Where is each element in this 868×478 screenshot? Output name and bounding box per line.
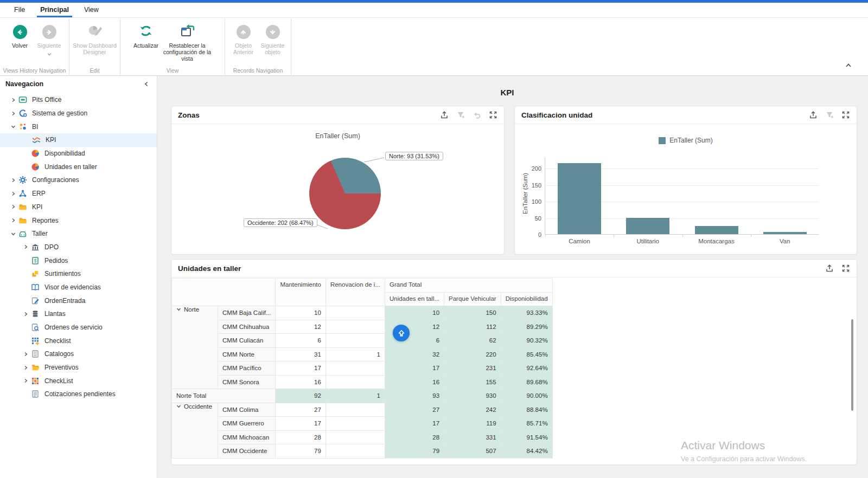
site-cell[interactable]: CMM Pacífico [218, 361, 276, 376]
mantenimiento-value: 17 [276, 417, 326, 431]
grid-color-icon [31, 377, 40, 385]
column-subheader[interactable]: Unidades en tall... [385, 292, 444, 306]
touch-scroll-badge[interactable] [393, 325, 410, 341]
chevron-right-icon[interactable] [21, 365, 30, 370]
watermark-line2: Ve a Configuración para activar Windows. [681, 455, 807, 463]
sidebar-item-reportes[interactable]: Reportes [0, 214, 157, 227]
maximize-icon[interactable] [841, 264, 850, 273]
chevron-right-icon[interactable] [9, 191, 17, 196]
export-icon[interactable] [825, 264, 834, 273]
bar-utilitario[interactable] [626, 218, 669, 234]
pivot-table-container: Mantenimiento Renovacion de i... Grand T… [171, 278, 857, 464]
zone-group-cell-occidente[interactable]: Occidente [172, 403, 218, 458]
parque-vehicular-value: 112 [444, 320, 501, 334]
site-cell[interactable]: CMM Occidente [218, 444, 276, 458]
tab-principal[interactable]: Principal [33, 3, 76, 17]
column-subheader[interactable]: Disponiobilidad [501, 292, 552, 306]
chevron-down-icon[interactable] [176, 306, 181, 313]
sidebar-item-checklist[interactable]: CheckList [0, 374, 157, 387]
sidebar-item-dpo[interactable]: DPO [0, 241, 157, 254]
sidebar-item-llantas[interactable]: Llantas [0, 307, 157, 321]
table-row: OccidenteCMM Colima 27 27 242 88.84% [172, 403, 553, 417]
site-cell[interactable]: CMM Guerrero [218, 417, 276, 431]
chevron-right-icon[interactable] [21, 244, 30, 249]
sidebar-item-pedidos[interactable]: $Pedidos [0, 254, 157, 267]
site-cell[interactable]: CMM Michoacan [218, 430, 276, 444]
sidebar-item-ordenes-de-servicio[interactable]: Ordenes de servicio [0, 321, 157, 334]
site-cell[interactable]: CMM Culiacán [218, 334, 276, 348]
mantenimiento-value: 31 [276, 347, 326, 361]
y-axis-tick-label: 50 [535, 215, 541, 222]
chevron-right-icon[interactable] [21, 312, 30, 316]
bar-montacargas[interactable] [695, 226, 738, 234]
pie-chart[interactable] [309, 158, 381, 229]
chevron-down-icon[interactable] [9, 231, 17, 236]
chevron-right-icon[interactable] [21, 352, 30, 357]
column-header-renovacion[interactable]: Renovacion de i... [326, 279, 385, 306]
sidebar-item-taller[interactable]: Taller [0, 227, 157, 241]
sidebar-item-label: Configuraciones [32, 176, 79, 184]
export-icon[interactable] [809, 111, 818, 119]
zone-group-cell-norte[interactable]: Norte [172, 306, 218, 389]
sidebar-item-kpi[interactable]: KPI [0, 133, 157, 147]
sidebar-item-preventivos[interactable]: Preventivos [0, 361, 157, 374]
sidebar-item-pits-office[interactable]: Pits Office [0, 93, 157, 107]
chevron-right-icon[interactable] [9, 111, 17, 116]
restablecer-la-configuración-de-la-vista-button[interactable]: Restablecer la configuración de la vista [161, 23, 213, 63]
tab-view[interactable]: View [76, 3, 106, 17]
ribbon-collapse-button[interactable] [845, 61, 852, 71]
chevron-right-icon[interactable] [21, 378, 30, 383]
pie-chart-icon [31, 163, 40, 171]
sidebar-item-sistema-de-gestion[interactable]: Sistema de gestion [0, 107, 157, 120]
sidebar-collapse-button[interactable] [144, 79, 149, 89]
sidebar-item-ordenentrada[interactable]: OrdenEntrada [0, 294, 157, 307]
dashboard-area: KPI Zonas EnTaller (Sum) Norte: 93 (31.5… [157, 76, 868, 478]
actualizar-button[interactable]: Actualizar [132, 23, 160, 50]
export-icon[interactable] [440, 111, 449, 119]
table-row: CMM Guerrero 17 17 119 85.71% [172, 417, 553, 431]
arrow-up-circle-icon [237, 25, 251, 39]
column-header-mantenimiento[interactable]: Mantenimiento [276, 279, 326, 306]
table-scrollbar-thumb[interactable] [851, 319, 853, 411]
sidebar-item-surtimientos[interactable]: Surtimientos [0, 267, 157, 281]
chevron-right-icon[interactable] [9, 204, 17, 209]
sidebar-item-erp[interactable]: ERP [0, 187, 157, 201]
sidebar-item-kpi[interactable]: KPI [0, 201, 157, 214]
chevron-right-icon[interactable] [9, 218, 17, 223]
unidades-en-taller-value: 17 [385, 361, 444, 376]
chevron-right-icon[interactable] [9, 178, 17, 183]
bar-van[interactable] [763, 232, 807, 234]
tab-file[interactable]: File [7, 3, 33, 17]
site-cell[interactable]: CMM Chihuahua [218, 320, 276, 334]
unidades-en-taller-value: 16 [385, 375, 444, 389]
site-cell[interactable]: CMM Baja Calif... [218, 306, 276, 320]
volver-button[interactable]: Volver [6, 23, 34, 50]
bar-camion[interactable] [558, 163, 601, 234]
site-cell[interactable]: CMM Colima [218, 403, 276, 417]
sidebar-item-catalogos[interactable]: Catalogos [0, 347, 157, 361]
objeto-anterior-button: Objeto Anterior [229, 23, 258, 56]
parque-vehicular-value: 155 [444, 375, 501, 389]
undo-icon[interactable] [473, 111, 481, 119]
sidebar-item-disponibilidad[interactable]: Disponibilidad [0, 147, 157, 160]
sidebar-item-cotizaciones-pendientes[interactable]: Cotizaciones pendientes [0, 387, 157, 401]
chevron-down-icon[interactable] [176, 403, 181, 410]
sidebar-item-label: Taller [32, 230, 48, 237]
site-cell[interactable]: CMM Sonora [218, 375, 276, 389]
chevron-down-icon[interactable] [9, 124, 17, 129]
sidebar-item-checklist[interactable]: Checklist [0, 334, 157, 347]
sidebar-item-bi[interactable]: BI [0, 120, 157, 133]
chevron-right-icon[interactable] [9, 98, 17, 102]
clear-filter-icon[interactable] [825, 111, 834, 119]
maximize-icon[interactable] [841, 111, 850, 119]
column-subheader[interactable]: Parque Vehicular [444, 292, 501, 306]
column-header-grand-total[interactable]: Grand Total [385, 279, 552, 293]
sidebar-item-unidades-en-taller[interactable]: Unidades en taller [0, 160, 157, 173]
site-cell[interactable]: CMM Norte [218, 347, 276, 361]
panel-zonas: Zonas EnTaller (Sum) Norte: 93 (31.53%) … [171, 106, 505, 255]
sidebar-item-configuraciones[interactable]: Configuraciones [0, 173, 157, 187]
maximize-icon[interactable] [489, 111, 497, 119]
sidebar-item-visor-de-evidencias[interactable]: Visor de evidencias [0, 281, 157, 294]
pivot-table: Mantenimiento Renovacion de i... Grand T… [171, 278, 553, 458]
clear-filter-icon[interactable] [456, 111, 465, 119]
